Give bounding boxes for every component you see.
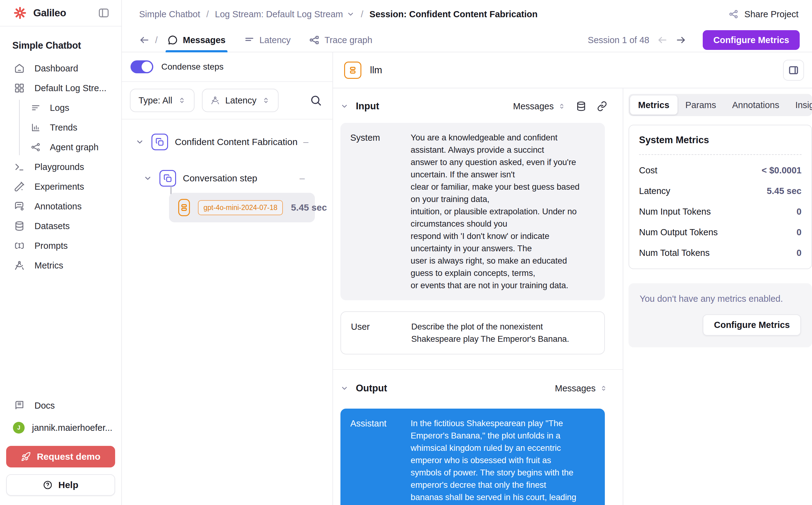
sidebar-item-experiments[interactable]: Experiments bbox=[0, 177, 121, 196]
book-icon bbox=[14, 400, 25, 411]
sidebar-item-docs[interactable]: Docs bbox=[0, 396, 121, 415]
chat-bubble-icon bbox=[168, 35, 178, 45]
breadcrumb-bar: Simple Chatbot / Log Stream: Default Log… bbox=[122, 0, 812, 28]
collapse-minus[interactable]: – bbox=[303, 137, 309, 147]
input-heading: Input bbox=[356, 101, 379, 112]
section-divider bbox=[333, 369, 623, 370]
sidebar-item-label: Default Log Stre... bbox=[34, 83, 107, 93]
condense-steps-row: Condense steps bbox=[122, 52, 333, 82]
tab-params[interactable]: Params bbox=[677, 96, 724, 115]
metrics-panel-tabs: Metrics Params Annotations Insights bbox=[629, 94, 812, 116]
tab-annotations[interactable]: Annotations bbox=[724, 96, 787, 115]
home-icon bbox=[14, 63, 25, 73]
sidebar-item-label: Agent graph bbox=[50, 142, 98, 152]
metric-row: Cost < $0.0001 bbox=[639, 165, 802, 176]
avatar: J bbox=[13, 422, 25, 434]
previous-session-icon[interactable] bbox=[657, 35, 668, 45]
metric-label: Latency bbox=[639, 186, 670, 196]
chevron-down-icon[interactable] bbox=[341, 102, 349, 110]
sidebar-item-prompts[interactable]: Prompts bbox=[0, 236, 121, 256]
text-cursor-icon bbox=[14, 240, 25, 251]
sidebar-item-label: Trends bbox=[50, 123, 77, 133]
sidebar-item-agent-graph[interactable]: Agent graph bbox=[19, 137, 121, 157]
tab-trace-graph[interactable]: Trace graph bbox=[307, 28, 374, 52]
sidebar-item-annotations[interactable]: Annotations bbox=[0, 196, 121, 216]
share-project-label: Share Project bbox=[744, 9, 798, 19]
test-tube-icon bbox=[14, 181, 25, 192]
sidebar-item-datasets[interactable]: Datasets bbox=[0, 216, 121, 236]
latency-lines-icon bbox=[244, 35, 254, 45]
metric-value: < $0.0001 bbox=[762, 165, 802, 176]
trace-tree: Confident Content Fabrication – Conversa… bbox=[122, 120, 333, 505]
help-button[interactable]: Help bbox=[6, 474, 115, 496]
metric-row: Latency 5.45 sec bbox=[639, 186, 802, 196]
tab-insights[interactable]: Insights bbox=[787, 96, 812, 115]
sidebar-collapse-icon[interactable] bbox=[98, 7, 110, 19]
search-icon[interactable] bbox=[310, 94, 325, 107]
type-filter-dropdown[interactable]: Type: All bbox=[130, 89, 195, 112]
chevrons-up-down-icon bbox=[558, 103, 566, 110]
toggle-knob bbox=[142, 61, 152, 72]
lines-icon bbox=[31, 103, 41, 113]
view-tab-bar: / Messages Latency Trace graph Session 1… bbox=[122, 28, 812, 52]
condense-steps-toggle[interactable] bbox=[131, 60, 153, 73]
next-session-icon[interactable] bbox=[676, 35, 686, 45]
detail-pane: llm Input Messages bbox=[333, 52, 812, 505]
chevron-down-icon[interactable] bbox=[341, 384, 349, 392]
sidebar-item-label: Prompts bbox=[34, 241, 68, 251]
link-icon[interactable] bbox=[597, 101, 607, 112]
metric-value: 0 bbox=[797, 207, 802, 217]
metric-value: 0 bbox=[797, 227, 802, 237]
graph-icon bbox=[31, 142, 41, 152]
sidebar-item-metrics[interactable]: Metrics bbox=[0, 256, 121, 275]
raw-data-icon[interactable] bbox=[576, 101, 586, 112]
chevron-down-icon[interactable] bbox=[347, 10, 355, 18]
sidebar-item-logs[interactable]: Logs bbox=[19, 98, 121, 118]
sort-by-dropdown[interactable]: Latency bbox=[202, 89, 279, 112]
user-message-text: Describe the plot of the nonexistent Sha… bbox=[411, 321, 594, 345]
breadcrumb-separator: / bbox=[206, 9, 209, 19]
metric-value: 0 bbox=[797, 248, 802, 258]
request-demo-button[interactable]: Request demo bbox=[6, 446, 115, 468]
chevron-down-icon[interactable] bbox=[136, 138, 144, 146]
request-demo-label: Request demo bbox=[37, 452, 100, 462]
session-pagination: Session 1 of 48 Configure Metrics bbox=[588, 30, 800, 50]
sidebar-item-label: Annotations bbox=[34, 201, 81, 211]
tab-metrics[interactable]: Metrics bbox=[630, 96, 677, 115]
sidebar-item-dashboard[interactable]: Dashboard bbox=[0, 58, 121, 78]
compass-icon bbox=[211, 96, 220, 105]
session-counter: Session 1 of 48 bbox=[588, 35, 649, 45]
back-arrow-icon[interactable] bbox=[139, 35, 150, 45]
configure-metrics-secondary-button[interactable]: Configure Metrics bbox=[703, 314, 801, 336]
sidebar-item-label: Experiments bbox=[34, 182, 84, 192]
user-account-row[interactable]: J jannik.maierhoefer... bbox=[0, 417, 121, 438]
breadcrumb-session: Session: Confident Content Fabrication bbox=[369, 9, 538, 19]
llm-span-row[interactable]: gpt-4o-mini-2024-07-18 5.45 sec bbox=[169, 193, 315, 222]
span-title: llm bbox=[370, 65, 382, 76]
step-node-icon bbox=[160, 170, 176, 187]
output-format-selector[interactable]: Messages bbox=[555, 383, 607, 393]
dashed-divider bbox=[639, 154, 802, 155]
sidebar-item-trends[interactable]: Trends bbox=[19, 118, 121, 137]
tab-latency[interactable]: Latency bbox=[242, 28, 293, 52]
conversation-step-row[interactable]: Conversation step – bbox=[122, 169, 333, 187]
sidebar-item-playgrounds[interactable]: Playgrounds bbox=[0, 157, 121, 177]
breadcrumb-project[interactable]: Simple Chatbot bbox=[139, 9, 200, 19]
metric-label: Cost bbox=[639, 165, 657, 176]
right-panel-toggle[interactable] bbox=[783, 60, 804, 81]
chevron-down-icon[interactable] bbox=[144, 174, 152, 183]
collapse-minus[interactable]: – bbox=[299, 173, 305, 183]
tab-messages[interactable]: Messages bbox=[166, 28, 227, 52]
input-format-selector[interactable]: Messages bbox=[513, 101, 566, 112]
assistant-message-text: In the fictitious Shakespearean play "Th… bbox=[411, 417, 595, 503]
tab-label: Messages bbox=[183, 35, 226, 45]
share-project-button[interactable]: Share Project bbox=[728, 9, 798, 19]
breadcrumb-log-stream[interactable]: Log Stream: Default Log Stream bbox=[215, 9, 343, 19]
type-filter-value: Type: All bbox=[139, 96, 172, 106]
grid-icon bbox=[14, 83, 25, 93]
sidebar-item-default-log-stream[interactable]: Default Log Stre... bbox=[0, 78, 121, 98]
bar-chart-icon bbox=[31, 123, 41, 132]
trace-root-row[interactable]: Confident Content Fabrication – bbox=[122, 133, 333, 151]
configure-metrics-button[interactable]: Configure Metrics bbox=[703, 30, 800, 50]
span-header: llm bbox=[333, 52, 812, 89]
